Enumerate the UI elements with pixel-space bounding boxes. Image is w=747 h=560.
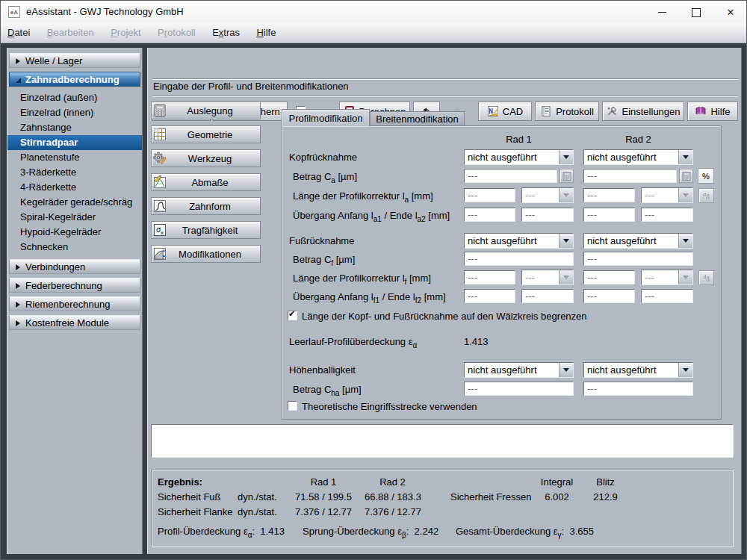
sidebar-section-zahnradberechnung[interactable]: Zahnradberechnung bbox=[9, 72, 140, 87]
sidebar-item-spiral-kegelraeder[interactable]: Spiral-Kegelräder bbox=[7, 210, 142, 225]
application-window: eA eAssistant - GWJ Technology GmbH ✕ Da… bbox=[0, 0, 747, 560]
betrag-cf-rad1-input[interactable] bbox=[464, 252, 574, 266]
result-row-integral: 6.002 bbox=[529, 491, 585, 503]
abmasse-button[interactable]: Abmaße bbox=[151, 173, 261, 191]
kopfruecknahme-label: Kopfrücknahme bbox=[289, 152, 357, 163]
calculator-mini-icon bbox=[560, 169, 574, 183]
betrag-ca-rad1-input[interactable] bbox=[464, 169, 557, 183]
werkzeug-button-label: Werkzeug bbox=[167, 153, 260, 164]
uebergang-la2-rad1-input[interactable] bbox=[521, 208, 574, 222]
triangle-right-icon bbox=[16, 58, 20, 64]
main-area: Öffnen Speichern Lokal Berechnen CAD Pro… bbox=[147, 48, 742, 554]
betrag-cha-rad1-input[interactable] bbox=[464, 382, 574, 396]
tab-breitenmodifikation[interactable]: Breitenmodifikation bbox=[370, 111, 465, 125]
theoretische-checkbox[interactable] bbox=[288, 401, 297, 411]
chevron-down-icon bbox=[559, 363, 573, 377]
betrag-cha-rad2-input[interactable] bbox=[583, 382, 693, 396]
triangle-right-icon bbox=[16, 302, 20, 308]
app-icon: eA bbox=[8, 6, 20, 18]
laenge-lf-rad2-input[interactable] bbox=[583, 270, 635, 284]
cad-button-label: CAD bbox=[503, 106, 523, 117]
settings-button[interactable]: Einstellungen bbox=[602, 102, 684, 121]
results-panel: Ergebnis: Rad 1 Rad 2 Integral Blitz Sic… bbox=[151, 470, 734, 547]
fussruecknahme-label: Fußrücknahme bbox=[289, 235, 354, 246]
triangle-right-icon bbox=[16, 264, 20, 270]
maximize-icon[interactable] bbox=[679, 1, 713, 23]
cad-button[interactable]: CAD bbox=[478, 102, 532, 121]
laenge-la-rad2-input[interactable] bbox=[583, 188, 635, 202]
geometrie-button[interactable]: Geometrie bbox=[151, 125, 261, 143]
tooth-profile-icon bbox=[152, 199, 167, 214]
laenge-lf-rad1-input[interactable] bbox=[464, 270, 515, 284]
chevron-down-icon bbox=[678, 188, 692, 202]
modifikationen-button[interactable]: Modifikationen bbox=[151, 245, 261, 263]
sidebar-section-verbindungen[interactable]: Verbindungen bbox=[9, 259, 140, 274]
percent-button[interactable]: % bbox=[698, 168, 714, 184]
result-row-blitz: 212.9 bbox=[581, 491, 630, 503]
fussruecknahme-rad2-dropdown[interactable]: nicht ausgeführt bbox=[583, 233, 693, 249]
sidebar-section-welle-lager[interactable]: Welle / Lager bbox=[9, 53, 140, 68]
cad-drawing-icon bbox=[487, 105, 499, 117]
sidebar-item-kegelraeder[interactable]: Kegelräder gerade/schräg bbox=[7, 195, 142, 210]
protocol-button[interactable]: Protokoll bbox=[535, 102, 599, 121]
uebergang-lf1-rad1-input[interactable] bbox=[464, 289, 515, 303]
betrag-cha-label: Betrag Cha [µm] bbox=[293, 384, 362, 397]
uebergang-lf1-rad2-input[interactable] bbox=[583, 289, 635, 303]
chevron-down-icon bbox=[559, 188, 573, 202]
sidebar-item-planetenstufe[interactable]: Planetenstufe bbox=[7, 150, 142, 165]
kopfruecknahme-rad2-dropdown[interactable]: nicht ausgeführt bbox=[583, 149, 693, 165]
waelzkreis-checkbox[interactable] bbox=[288, 311, 297, 320]
sidebar-section-riemenberechnung[interactable]: Riemenberechnung bbox=[9, 296, 140, 311]
tragfaehigkeit-button[interactable]: σx Tragfähigkeit bbox=[151, 221, 261, 239]
results-col-integral: Integral bbox=[529, 476, 585, 488]
kopfruecknahme-rad1-dropdown[interactable]: nicht ausgeführt bbox=[464, 149, 574, 165]
betrag-ca-rad2-input[interactable] bbox=[583, 169, 677, 183]
uebergang-lf2-rad1-input[interactable] bbox=[521, 289, 574, 303]
result-row-label: Sicherheit Fuß bbox=[158, 491, 221, 503]
window-title: eAssistant - GWJ Technology GmbH bbox=[26, 6, 184, 17]
help-button[interactable]: Hilfe bbox=[687, 102, 738, 121]
minimize-icon[interactable] bbox=[645, 1, 679, 23]
hoehenballigkeit-rad1-dropdown[interactable]: nicht ausgeführt bbox=[464, 362, 574, 378]
sidebar-item-zahnstange[interactable]: Zahnstange bbox=[7, 120, 142, 135]
close-icon[interactable]: ✕ bbox=[713, 1, 747, 23]
zahnform-button-label: Zahnform bbox=[167, 201, 260, 212]
tab-profilmodifikation[interactable]: Profilmodifikation bbox=[282, 109, 370, 126]
laenge-la-rad1-input[interactable] bbox=[464, 188, 515, 202]
fussruecknahme-rad1-dropdown[interactable]: nicht ausgeführt bbox=[464, 233, 574, 249]
betrag-cf-rad2-input[interactable] bbox=[583, 252, 693, 266]
zahnform-button[interactable]: Zahnform bbox=[151, 197, 261, 215]
menu-extras[interactable]: Extras bbox=[205, 23, 247, 38]
sidebar-item-einzelrad-innen[interactable]: Einzelrad (innen) bbox=[7, 105, 142, 120]
book-icon bbox=[695, 105, 707, 117]
sprung-ueberdeckung: Sprung-Überdeckung εβ: 2.242 bbox=[303, 526, 438, 539]
uebergang-la1-rad1-input[interactable] bbox=[464, 208, 515, 222]
auslegung-button[interactable]: Auslegung bbox=[151, 102, 261, 119]
menu-protokoll: Protokoll bbox=[151, 23, 202, 38]
triangle-right-icon bbox=[16, 320, 20, 326]
hoehenballigkeit-rad2-dropdown[interactable]: nicht ausgeführt bbox=[583, 362, 693, 378]
laenge-la-rad1-dropdown: --- bbox=[521, 187, 574, 203]
sidebar-item-einzelrad-aussen[interactable]: Einzelrad (außen) bbox=[7, 90, 142, 105]
grid-icon bbox=[152, 127, 167, 142]
triangle-right-icon bbox=[16, 283, 20, 289]
sidebar-item-schnecken[interactable]: Schnecken bbox=[7, 240, 142, 255]
tragfaehigkeit-button-label: Tragfähigkeit bbox=[167, 225, 260, 236]
gear-tool-icon bbox=[152, 151, 167, 166]
sidebar-item-hypoid-kegelraeder[interactable]: Hypoid-Kegelräder bbox=[7, 225, 142, 240]
menu-hilfe[interactable]: Hilfe bbox=[249, 23, 282, 38]
chevron-down-icon bbox=[678, 363, 692, 377]
uebergang-lf2-rad2-input[interactable] bbox=[641, 289, 693, 303]
uebergang-la1-rad2-input[interactable] bbox=[583, 208, 635, 222]
menu-datei[interactable]: Datei bbox=[1, 23, 37, 38]
sidebar-section-federberechnung[interactable]: Federberechnung bbox=[9, 278, 140, 293]
chevron-down-icon bbox=[559, 270, 573, 284]
sidebar-item-4-raederkette[interactable]: 4-Räderkette bbox=[7, 180, 142, 195]
sidebar-item-stirnradpaar[interactable]: Stirnradpaar bbox=[7, 135, 142, 150]
chevron-down-icon bbox=[559, 150, 573, 164]
sidebar-section-kostenfreie-module[interactable]: Kostenfreie Module bbox=[9, 315, 140, 330]
uebergang-la2-rad2-input[interactable] bbox=[641, 208, 693, 222]
result-row-rad1: 7.376 / 12.77 bbox=[290, 506, 357, 517]
werkzeug-button[interactable]: Werkzeug bbox=[151, 149, 261, 167]
sidebar-item-3-raederkette[interactable]: 3-Räderkette bbox=[7, 165, 142, 180]
